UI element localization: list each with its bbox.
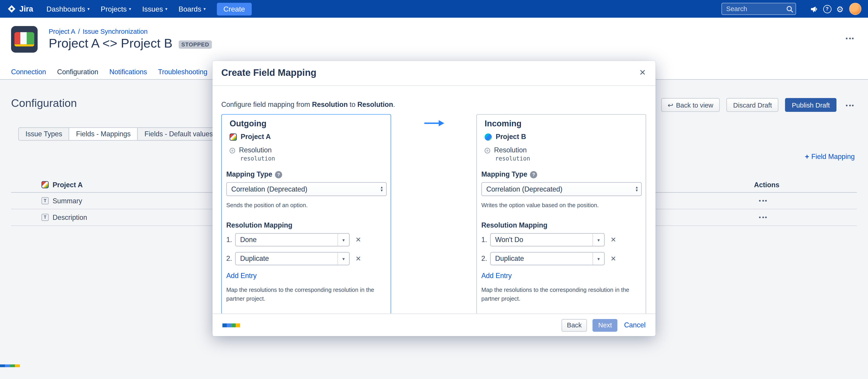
tab-notifications[interactable]: Notifications bbox=[109, 68, 147, 79]
field-key: resolution bbox=[240, 155, 275, 162]
chevron-down-icon: ▼ bbox=[337, 234, 349, 246]
nav-item-label: Dashboards bbox=[46, 5, 85, 13]
header-tabs: Connection Configuration Notifications T… bbox=[11, 68, 207, 79]
user-avatar[interactable] bbox=[849, 3, 862, 15]
discard-draft-button[interactable]: Discard Draft bbox=[726, 98, 778, 112]
intro-to-field: Resolution bbox=[357, 101, 393, 109]
add-entry-link[interactable]: Add Entry bbox=[226, 272, 256, 280]
back-to-view-button[interactable]: ↩ Back to view bbox=[661, 98, 720, 112]
mapping-entry: 1. Done ▼ × bbox=[226, 233, 361, 246]
intro-prefix: Configure field mapping from bbox=[221, 101, 310, 109]
announcements-icon[interactable] bbox=[810, 5, 818, 13]
undo-arrow-icon: ↩ bbox=[668, 101, 673, 109]
chevron-down-icon: ▼ bbox=[337, 253, 349, 265]
mapping-type-select[interactable]: Correlation (Deprecated) ▲▼ bbox=[226, 182, 386, 196]
selected-resolution: Done bbox=[236, 234, 337, 246]
field-name: Description bbox=[53, 213, 87, 221]
configuration-subtabs: Issue Types Fields - Mappings Fields - D… bbox=[18, 127, 244, 141]
resolution-dropdown[interactable]: Done ▼ bbox=[235, 233, 350, 246]
mapping-type-label: Mapping Type bbox=[226, 171, 272, 178]
nav-item-label: Projects bbox=[101, 5, 127, 13]
resolution-dropdown[interactable]: Won't Do ▼ bbox=[490, 233, 604, 246]
row-actions-more-icon[interactable] bbox=[757, 214, 857, 221]
link-label: Field Mapping bbox=[811, 153, 855, 160]
entry-number: 2. bbox=[481, 255, 490, 262]
mapping-type-select[interactable]: Correlation (Deprecated) ▲▼ bbox=[481, 182, 642, 196]
nav-item-dashboards[interactable]: Dashboards ▾ bbox=[41, 0, 95, 18]
text-field-type-icon: T bbox=[41, 197, 49, 204]
select-spinner-icon: ▲▼ bbox=[632, 186, 641, 192]
field-bullet-icon bbox=[229, 148, 235, 153]
subtab-fields-default-values[interactable]: Fields - Default values bbox=[137, 127, 220, 141]
dialog-title: Create Field Mapping bbox=[221, 67, 316, 79]
incoming-heading: Incoming bbox=[485, 118, 522, 128]
page-loading-indicator bbox=[0, 365, 20, 367]
status-badge: STOPPED bbox=[179, 40, 212, 49]
close-icon[interactable]: × bbox=[637, 66, 648, 79]
next-button[interactable]: Next bbox=[593, 319, 617, 331]
search-icon[interactable] bbox=[786, 5, 793, 15]
sync-project-avatar bbox=[11, 26, 37, 53]
remove-entry-icon[interactable]: × bbox=[356, 235, 361, 244]
nav-item-boards[interactable]: Boards ▾ bbox=[173, 0, 211, 18]
help-icon[interactable]: ? bbox=[275, 171, 282, 178]
field-name: Resolution bbox=[239, 146, 275, 154]
selected-mapping-type: Correlation (Deprecated) bbox=[227, 185, 377, 193]
subtab-issue-types[interactable]: Issue Types bbox=[18, 127, 69, 141]
create-field-mapping-dialog: Create Field Mapping × Configure field m… bbox=[212, 61, 655, 336]
field-bullet-icon bbox=[485, 148, 490, 153]
selected-mapping-type: Correlation (Deprecated) bbox=[482, 185, 632, 193]
breadcrumb-project-link[interactable]: Project A bbox=[49, 28, 75, 35]
search-input[interactable] bbox=[721, 3, 796, 15]
breadcrumb: Project A / Issue Synchronization bbox=[49, 28, 148, 35]
create-button[interactable]: Create bbox=[217, 2, 252, 15]
button-label: Back to view bbox=[676, 101, 713, 109]
tab-label: Configuration bbox=[57, 68, 98, 76]
text-field-type-icon: T bbox=[41, 214, 49, 221]
remove-entry-icon[interactable]: × bbox=[611, 235, 616, 244]
breadcrumb-page-link[interactable]: Issue Synchronization bbox=[83, 28, 148, 35]
resolution-dropdown[interactable]: Duplicate ▼ bbox=[235, 252, 350, 265]
subtab-fields-mappings[interactable]: Fields - Mappings bbox=[69, 127, 138, 141]
help-icon[interactable]: ? bbox=[530, 171, 537, 178]
outgoing-heading: Outgoing bbox=[229, 118, 267, 128]
breadcrumb-separator: / bbox=[78, 28, 80, 35]
project-name: Project A bbox=[241, 133, 271, 141]
remove-entry-icon[interactable]: × bbox=[356, 254, 361, 263]
tab-configuration[interactable]: Configuration bbox=[57, 68, 98, 79]
chevron-down-icon: ▾ bbox=[129, 6, 131, 11]
top-navigation-bar: Jira Dashboards ▾ Projects ▾ Issues ▾ Bo… bbox=[0, 0, 868, 18]
nav-item-projects[interactable]: Projects ▾ bbox=[95, 0, 136, 18]
draft-toolbar: ↩ Back to view Discard Draft Publish Dra… bbox=[661, 98, 837, 112]
add-field-mapping-link[interactable]: + Field Mapping bbox=[805, 152, 855, 161]
add-entry-link[interactable]: Add Entry bbox=[481, 272, 512, 280]
entry-number: 2. bbox=[226, 255, 235, 262]
incoming-panel: Incoming Project B Resolution resolution… bbox=[476, 114, 646, 314]
row-actions-more-icon[interactable] bbox=[757, 198, 857, 204]
nav-item-issues[interactable]: Issues ▾ bbox=[136, 0, 173, 18]
tab-troubleshooting[interactable]: Troubleshooting bbox=[158, 68, 207, 79]
cancel-link[interactable]: Cancel bbox=[624, 321, 646, 329]
chevron-down-icon: ▼ bbox=[592, 234, 604, 246]
header-more-icon[interactable] bbox=[844, 35, 856, 42]
column-header-actions: Actions bbox=[754, 181, 857, 188]
page-title: Project A <> Project B bbox=[49, 36, 172, 51]
mapping-entry: 1. Won't Do ▼ × bbox=[481, 233, 616, 246]
selected-resolution: Duplicate bbox=[491, 253, 592, 265]
publish-draft-button[interactable]: Publish Draft bbox=[785, 98, 837, 112]
configuration-more-icon[interactable] bbox=[844, 103, 856, 109]
resolution-dropdown[interactable]: Duplicate ▼ bbox=[490, 252, 604, 265]
panel-footnote: Map the resolutions to the corresponding… bbox=[481, 285, 641, 303]
settings-gear-icon[interactable]: ⚙ bbox=[836, 5, 844, 13]
mapping-type-label: Mapping Type bbox=[481, 171, 527, 178]
resolution-mapping-heading: Resolution Mapping bbox=[481, 222, 547, 229]
remove-entry-icon[interactable]: × bbox=[611, 254, 616, 263]
mapping-type-description: Writes the option value based on the pos… bbox=[481, 202, 599, 208]
mapping-entry: 2. Duplicate ▼ × bbox=[226, 252, 361, 265]
project-a-avatar-icon bbox=[41, 181, 49, 188]
tab-connection[interactable]: Connection bbox=[11, 68, 46, 79]
back-button[interactable]: Back bbox=[561, 319, 587, 331]
jira-logo[interactable]: Jira bbox=[6, 4, 33, 14]
mapping-entry: 2. Duplicate ▼ × bbox=[481, 252, 616, 265]
help-icon[interactable]: ? bbox=[823, 5, 831, 13]
